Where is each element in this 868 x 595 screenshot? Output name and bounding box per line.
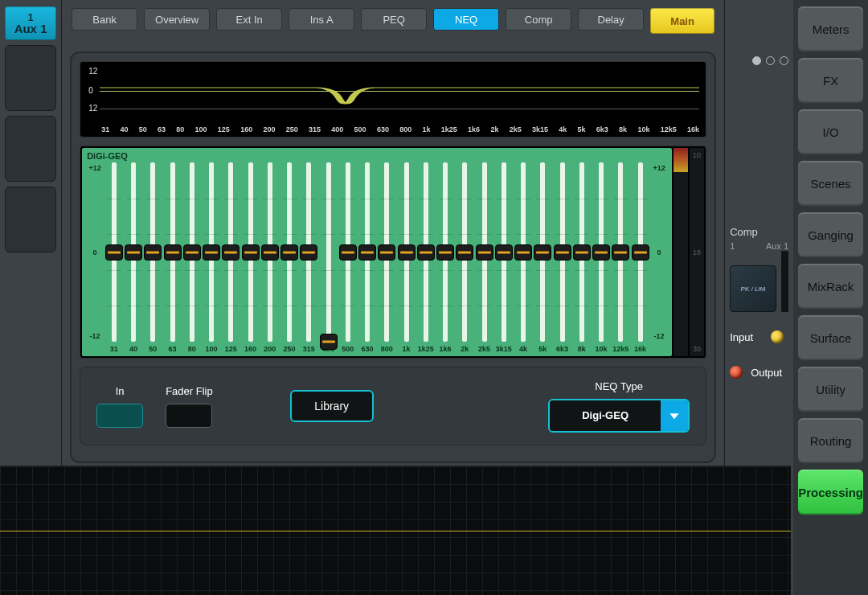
geq-band-630[interactable]	[358, 162, 375, 342]
nav-meters[interactable]: Meters	[798, 6, 863, 51]
geq-scale-left: +12 0 -12	[87, 162, 103, 342]
geq-title: DiGi-GEQ	[87, 151, 667, 161]
neq-type-value: Digi-GEQ	[550, 400, 661, 431]
neq-type-select[interactable]: Digi-GEQ	[548, 399, 690, 433]
neq-panel: 12 0 12 31405063801001251602002503154005…	[70, 51, 716, 463]
channel-number: 1	[28, 13, 34, 23]
geq-band-8k[interactable]	[573, 162, 590, 342]
left-slot-1[interactable]	[5, 45, 56, 111]
geq-container: DiGi-GEQ +12 0 -12 +12 0 -12	[80, 146, 706, 359]
geq-band-315[interactable]	[301, 162, 317, 342]
geq-band-160[interactable]	[242, 162, 259, 342]
chevron-down-icon	[661, 400, 688, 431]
geq-band-400[interactable]	[320, 162, 337, 342]
geq-slider-bank: DiGi-GEQ +12 0 -12 +12 0 -12	[82, 148, 672, 356]
geq-band-2k[interactable]	[457, 162, 473, 342]
nav-surface[interactable]: Surface	[798, 315, 863, 360]
tab-ext-in[interactable]: Ext In	[216, 8, 282, 31]
nav-routing[interactable]: Routing	[798, 418, 863, 463]
nav-io[interactable]: I/O	[798, 109, 863, 154]
input-knob[interactable]	[771, 330, 784, 343]
geq-band-250[interactable]	[280, 162, 297, 342]
geq-band-1k[interactable]	[398, 162, 415, 342]
processing-tabs: BankOverviewExt InIns APEQNEQCompDelay M…	[62, 0, 724, 48]
main-button[interactable]: Main	[650, 8, 714, 34]
geq-band-40[interactable]	[125, 162, 141, 342]
left-channel-column: 1 Aux 1	[0, 0, 61, 466]
geq-band-100[interactable]	[203, 162, 219, 342]
geq-band-10k[interactable]	[592, 162, 609, 342]
right-nav: MetersFXI/OScenesGangingMixRackSurfaceUt…	[793, 0, 868, 595]
fader-flip-toggle[interactable]	[166, 404, 212, 428]
geq-band-4k[interactable]	[514, 162, 531, 342]
output-knob[interactable]	[730, 366, 743, 379]
neq-type-label: NEQ Type	[595, 380, 643, 392]
geq-band-31[interactable]	[105, 162, 122, 342]
geq-band-2k5[interactable]	[476, 162, 493, 342]
geq-band-800[interactable]	[379, 162, 395, 342]
response-curve: 12 0 12 31405063801001251602002503154005…	[80, 61, 706, 137]
bottom-scope	[0, 466, 791, 595]
tab-bank[interactable]: Bank	[72, 8, 137, 31]
geq-freq-labels: 3140506380100125160200250315400500630800…	[87, 343, 667, 355]
nav-ganging[interactable]: Ganging	[798, 212, 863, 257]
nav-processing[interactable]: Processing	[798, 470, 863, 515]
nav-fx[interactable]: FX	[798, 58, 863, 103]
page-dot-3[interactable]	[780, 56, 788, 65]
comp-sub-right: Aux 1	[766, 241, 788, 251]
tab-overview[interactable]: Overview	[144, 8, 210, 31]
left-slot-2[interactable]	[5, 116, 56, 182]
curve-ylabel-mid: 0	[88, 86, 93, 95]
tab-comp[interactable]: Comp	[506, 8, 571, 31]
geq-band-1k6[interactable]	[436, 162, 453, 342]
geq-band-125[interactable]	[223, 162, 240, 342]
page-dot-1[interactable]	[752, 56, 761, 65]
geq-band-5k[interactable]	[534, 162, 551, 342]
comp-sub-left: 1	[730, 241, 735, 251]
geq-band-63[interactable]	[164, 162, 181, 342]
selected-channel-chip[interactable]: 1 Aux 1	[5, 6, 56, 40]
geq-band-1k25[interactable]	[417, 162, 434, 342]
nav-scenes[interactable]: Scenes	[798, 161, 863, 206]
tab-neq[interactable]: NEQ	[433, 8, 499, 31]
curve-ylabel-top: 12	[88, 67, 97, 76]
tab-ins-a[interactable]: Ins A	[289, 8, 354, 31]
tab-delay[interactable]: Delay	[578, 8, 644, 31]
geq-band-3k15[interactable]	[495, 162, 512, 342]
geq-band-200[interactable]	[261, 162, 278, 342]
fader-flip-label: Fader Flip	[166, 385, 213, 397]
comp-meter	[781, 251, 788, 312]
neq-controls-row: In Fader Flip Library NEQ Type Digi-GEQ	[80, 367, 706, 445]
curve-ylabel-bot: 12	[88, 104, 97, 113]
curve-freq-labels: 3140506380100125160200250315400500630800…	[101, 125, 699, 133]
library-button[interactable]: Library	[290, 390, 374, 422]
geq-scale-right: +12 0 -12	[651, 162, 667, 342]
page-dot-2[interactable]	[766, 56, 775, 65]
geq-level-meter	[674, 148, 688, 356]
input-label: Input	[730, 331, 753, 343]
channel-name: Aux 1	[14, 23, 47, 35]
in-toggle[interactable]	[96, 404, 143, 428]
comp-section-label: Comp	[730, 226, 758, 238]
geq-band-500[interactable]	[339, 162, 356, 342]
output-label: Output	[751, 367, 782, 379]
in-label: In	[116, 385, 125, 397]
geq-band-16k[interactable]	[632, 162, 649, 342]
comp-tile[interactable]: PK / LIM	[730, 265, 776, 312]
geq-band-6k3[interactable]	[554, 162, 571, 342]
geq-meter-scale: 10 18 30	[690, 148, 704, 356]
nav-mixrack[interactable]: MixRack	[798, 264, 863, 309]
geq-band-80[interactable]	[183, 162, 200, 342]
geq-band-12k5[interactable]	[612, 162, 629, 342]
left-slot-3[interactable]	[5, 187, 56, 252]
nav-utility[interactable]: Utility	[798, 367, 863, 412]
tab-peq[interactable]: PEQ	[361, 8, 427, 31]
geq-band-50[interactable]	[145, 162, 162, 342]
page-dots[interactable]	[752, 56, 788, 65]
